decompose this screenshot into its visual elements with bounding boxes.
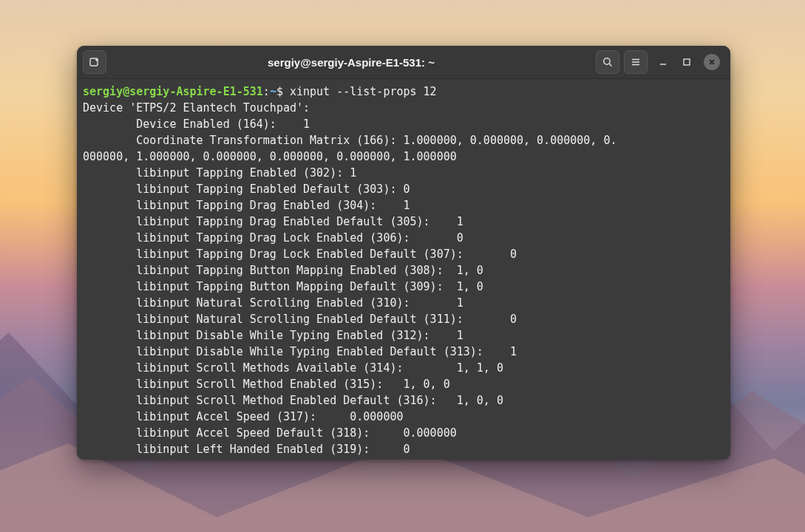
minimize-icon bbox=[659, 58, 668, 66]
svg-line-4 bbox=[609, 64, 611, 66]
window-controls bbox=[656, 54, 720, 70]
svg-rect-9 bbox=[684, 59, 690, 65]
maximize-button[interactable] bbox=[680, 55, 693, 69]
titlebar: sergiy@sergiy-Aspire-E1-531: ~ bbox=[77, 46, 730, 79]
menu-button[interactable] bbox=[624, 50, 648, 74]
terminal-output: Device 'ETPS/2 Elantech Touchpad': Devic… bbox=[83, 101, 617, 456]
search-button[interactable] bbox=[596, 50, 619, 74]
prompt-dollar: $ bbox=[276, 85, 290, 98]
new-tab-button[interactable] bbox=[83, 50, 106, 74]
prompt-colon: : bbox=[263, 85, 270, 98]
svg-point-3 bbox=[604, 58, 610, 64]
terminal-window: sergiy@sergiy-Aspire-E1-531: ~ bbox=[77, 46, 730, 460]
prompt-path: ~ bbox=[270, 85, 276, 98]
close-button[interactable] bbox=[704, 54, 720, 70]
close-icon bbox=[707, 58, 716, 66]
maximize-icon bbox=[682, 58, 691, 66]
window-title: sergiy@sergiy-Aspire-E1-531: ~ bbox=[111, 56, 591, 69]
hamburger-icon bbox=[630, 56, 642, 68]
terminal-content: sergiy@sergiy-Aspire-E1-531:~$ xinput --… bbox=[83, 83, 724, 457]
search-icon bbox=[602, 56, 614, 68]
prompt-user-host: sergiy@sergiy-Aspire-E1-531 bbox=[83, 85, 263, 98]
desktop-background: sergiy@sergiy-Aspire-E1-531: ~ bbox=[0, 0, 805, 532]
new-tab-icon bbox=[89, 56, 101, 68]
command-text: xinput --list-props 12 bbox=[290, 85, 437, 98]
terminal-viewport[interactable]: sergiy@sergiy-Aspire-E1-531:~$ xinput --… bbox=[77, 79, 730, 460]
minimize-button[interactable] bbox=[656, 55, 670, 69]
